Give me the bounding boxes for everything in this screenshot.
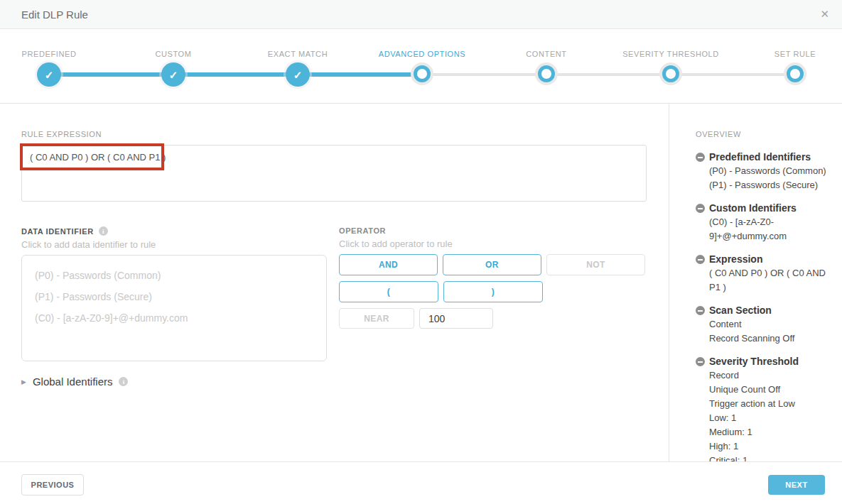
overview-section-expression: Expression ( C0 AND P0 ) OR ( C0 AND P1 … [696, 253, 829, 295]
overview-line: Low: 1 [709, 411, 829, 425]
step-advanced-options[interactable]: ADVANCED OPTIONS [365, 50, 479, 82]
overview-line: Critical: 1 [709, 454, 829, 461]
overview-section-title: Severity Threshold [709, 355, 829, 368]
step-label: CUSTOM [155, 50, 191, 58]
overview-line: Medium: 1 [709, 425, 829, 439]
check-icon: ✓ [293, 70, 303, 80]
near-distance-input[interactable] [419, 308, 493, 329]
step-label: SET RULE [774, 50, 816, 58]
step-completed-circle: ✓ [286, 62, 310, 87]
step-upcoming-circle [538, 65, 555, 82]
data-identifier-label: DATA IDENTIFIER [21, 227, 94, 236]
identifier-item-p1[interactable]: (P1) - Passwords (Secure) [35, 286, 313, 307]
step-label: PREDEFINED [22, 50, 77, 58]
overview-line: (C0) - [a-zA-Z0-9]+@+dummy.com [709, 215, 829, 243]
global-identifiers-label: Global Identifiers [33, 376, 113, 388]
collapse-icon[interactable] [696, 255, 705, 264]
overview-section-predefined: Predefined Identifiers (P0) - Passwords … [696, 150, 829, 192]
dialog-footer: PREVIOUS NEXT [0, 461, 842, 504]
global-identifiers-toggle[interactable]: ▶ Global Identifiers i [21, 376, 327, 388]
chevron-right-icon: ▶ [21, 378, 26, 385]
data-identifier-hint: Click to add data identifier to rule [21, 239, 327, 250]
overview-section-scan: Scan Section Content Record Scanning Off [696, 304, 829, 346]
identifier-item-c0[interactable]: (C0) - [a-zA-Z0-9]+@+dummy.com [35, 307, 313, 329]
overview-section-title: Custom Identifiers [709, 202, 829, 215]
not-button[interactable]: NOT [546, 254, 645, 275]
overview-line: Unique Count Off [709, 383, 829, 397]
step-custom[interactable]: CUSTOM ✓ [117, 50, 230, 87]
dialog-header: Edit DLP Rule ✕ [0, 0, 842, 29]
wizard-stepper: PREDEFINED ✓ CUSTOM ✓ EXACT MATCH ✓ ADVA… [0, 29, 842, 104]
previous-button[interactable]: PREVIOUS [21, 474, 84, 495]
info-icon[interactable]: i [99, 226, 108, 236]
close-icon[interactable]: ✕ [820, 8, 829, 21]
step-completed-circle: ✓ [37, 62, 61, 87]
overview-section-title: Expression [709, 253, 829, 266]
open-paren-button[interactable]: ( [339, 281, 438, 302]
dialog-title: Edit DLP Rule [21, 0, 88, 29]
collapse-icon[interactable] [696, 153, 705, 162]
step-set-rule[interactable]: SET RULE [738, 50, 842, 82]
step-predefined[interactable]: PREDEFINED ✓ [0, 50, 106, 87]
info-icon[interactable]: i [119, 377, 128, 386]
step-exact-match[interactable]: EXACT MATCH ✓ [241, 50, 355, 87]
overview-line: Trigger action at Low [709, 397, 829, 411]
identifier-list: (P0) - Passwords (Common) (P1) - Passwor… [21, 255, 327, 361]
advanced-options-panel: RULE EXPRESSION ( C0 AND P0 ) OR ( C0 AN… [0, 104, 669, 461]
or-button[interactable]: OR [443, 254, 541, 275]
operator-hint: Click to add operator to rule [339, 239, 645, 249]
edit-dlp-rule-dialog: Edit DLP Rule ✕ PREDEFINED ✓ CUSTOM ✓ EX… [0, 0, 842, 504]
check-icon: ✓ [45, 70, 54, 80]
rule-expression-label: RULE EXPRESSION [21, 130, 669, 138]
rule-expression-box[interactable]: ( C0 AND P0 ) OR ( C0 AND P1 ) [21, 145, 647, 202]
overview-line: (P0) - Passwords (Common) [709, 164, 829, 178]
collapse-icon[interactable] [696, 357, 705, 366]
overview-panel: OVERVIEW Predefined Identifiers (P0) - P… [669, 104, 842, 461]
step-label: CONTENT [526, 50, 566, 58]
overview-section-title: Scan Section [709, 304, 829, 317]
overview-line: Record [709, 368, 829, 383]
step-completed-circle: ✓ [161, 62, 185, 87]
overview-line: (P1) - Passwords (Secure) [709, 178, 829, 192]
data-identifier-section: DATA IDENTIFIER i Click to add data iden… [21, 226, 327, 388]
step-upcoming-circle [787, 65, 804, 82]
overview-line: Content [709, 317, 829, 332]
near-button[interactable]: NEAR [339, 308, 414, 329]
annotation-highlight: ( C0 AND P0 ) OR ( C0 AND P1 ) [20, 143, 164, 170]
overview-section-title: Predefined Identifiers [709, 150, 829, 164]
operator-label: OPERATOR [339, 226, 645, 235]
check-icon: ✓ [169, 70, 178, 80]
step-active-circle [414, 65, 431, 82]
rule-expression-value: ( C0 AND P0 ) OR ( C0 AND P1 ) [23, 152, 166, 163]
collapse-icon[interactable] [696, 204, 705, 213]
step-content[interactable]: CONTENT [490, 50, 603, 82]
step-label: EXACT MATCH [268, 50, 328, 58]
step-label: SEVERITY THRESHOLD [622, 50, 719, 58]
next-button[interactable]: NEXT [768, 475, 825, 495]
overview-line: ( C0 AND P0 ) OR ( C0 AND P1 ) [709, 266, 829, 295]
operator-section: OPERATOR Click to add operator to rule A… [339, 226, 645, 388]
overview-label: OVERVIEW [696, 130, 829, 138]
operator-buttons: AND OR NOT ( ) NEAR [339, 254, 645, 329]
identifier-item-p0[interactable]: (P0) - Passwords (Common) [35, 265, 313, 286]
step-severity-threshold[interactable]: SEVERITY THRESHOLD [614, 50, 728, 82]
and-button[interactable]: AND [339, 254, 438, 275]
close-paren-button[interactable]: ) [443, 281, 543, 302]
overview-line: High: 1 [709, 439, 829, 454]
step-label: ADVANCED OPTIONS [379, 50, 465, 58]
overview-section-custom: Custom Identifiers (C0) - [a-zA-Z0-9]+@+… [696, 202, 829, 243]
step-upcoming-circle [662, 65, 679, 82]
overview-line: Record Scanning Off [709, 332, 829, 346]
collapse-icon[interactable] [696, 306, 705, 315]
overview-section-severity: Severity Threshold Record Unique Count O… [696, 355, 829, 461]
